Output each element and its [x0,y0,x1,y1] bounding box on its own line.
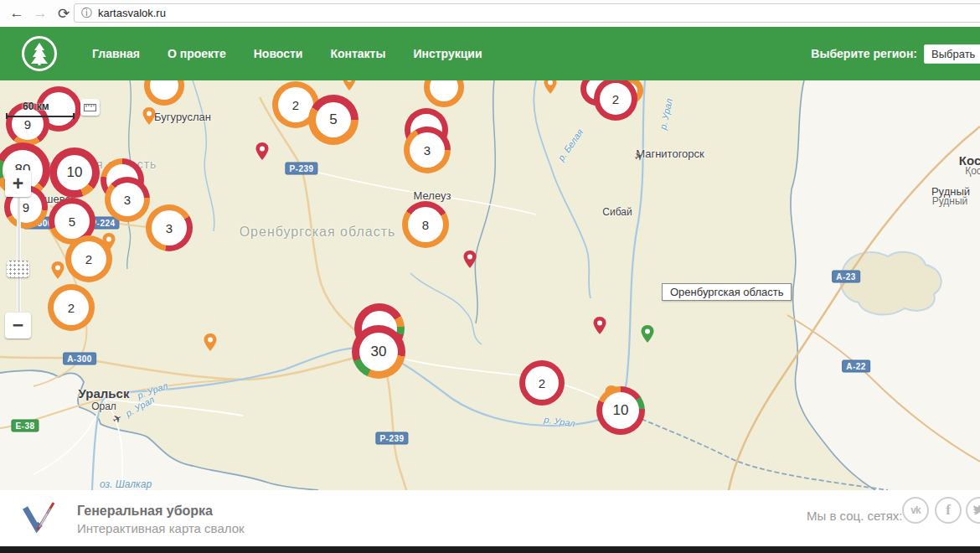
road-badge: А-23 [832,271,860,283]
map-label: Қос [965,165,980,177]
map-cluster[interactable]: 30 [352,325,405,379]
taskbar-strip [0,546,980,553]
orange-pin[interactable] [51,261,64,283]
cluster-count: 5 [54,204,90,239]
orange-pin[interactable] [204,333,217,355]
map-cluster[interactable]: 2 [519,360,565,406]
nav-item-4[interactable]: Инструкции [413,47,482,60]
cluster-count: 10 [57,155,92,190]
road-badge: А-300 [63,353,96,365]
zoom-in-button[interactable]: + [5,170,31,197]
ruler-button[interactable] [80,99,100,116]
zoom-slider-track[interactable] [17,198,21,312]
tree-icon [28,41,50,66]
map-cluster[interactable]: 8 [402,201,449,248]
region-chooser: Выберите регион: Выбрать [811,27,980,80]
cluster-count: 10 [602,392,639,429]
map-label: Орал [91,401,116,412]
browser-toolbar: ← → ⟳ ⓘ kartasvalok.ru [0,0,980,28]
nav-item-3[interactable]: Контакты [330,47,385,60]
map-label: Оренбургская область [240,225,396,240]
map-cluster[interactable]: 3 [146,204,193,251]
region-tooltip: Оренбургская область [662,283,792,301]
cluster-count: 2 [525,366,559,400]
cluster-count: 2 [600,83,632,115]
ruler-icon [84,104,96,111]
red-pin[interactable] [593,317,606,339]
site-header: ГлавнаяО проектеНовостиКонтактыИнструкци… [0,27,980,80]
scale-bar: 60 км [6,101,75,119]
url-text: kartasvalok.ru [98,7,166,19]
red-pin[interactable] [255,142,269,164]
orange-pin[interactable] [142,107,156,129]
main-menu: ГлавнаяО проектеНовостиКонтактыИнструкци… [92,47,482,60]
map-label: Магнитогорск [636,147,704,160]
map-base-art [0,80,980,490]
nav-item-0[interactable]: Главная [92,47,140,60]
refresh-icon[interactable]: ⟳ [52,5,75,23]
cluster-count: 5 [316,102,351,137]
vk-icon[interactable]: vk [902,497,929,524]
map-label: Сибай [602,206,632,218]
map-label: оз. Шалкар [100,478,152,490]
road-badge: Р-239 [375,432,408,445]
cluster-count [430,80,458,101]
site-logo[interactable] [22,36,57,71]
map-canvas[interactable]: БугурусланМелеузМагнитогорскСибайУральск… [0,80,980,490]
cluster-count: 2 [54,290,89,325]
footer-title: Генеральная уборка [77,504,213,519]
cluster-count [150,80,178,100]
orange-pin[interactable] [343,80,356,95]
map-cluster[interactable]: 3 [105,177,150,222]
region-select[interactable]: Выбрать [924,44,980,64]
red-pin[interactable] [463,251,477,272]
cluster-count: 3 [410,132,445,168]
map-cluster[interactable]: 10 [596,386,645,435]
cluster-count: 2 [71,241,106,276]
forward-icon[interactable]: → [28,5,52,22]
address-bar[interactable]: ⓘ kartasvalok.ru [74,3,980,23]
nav-item-1[interactable]: О проекте [168,47,226,60]
map-label: Мелеуз [414,189,451,202]
footer-subtitle: Интерактивная карта свалок [77,521,245,535]
map-cluster[interactable]: 10 [49,147,100,198]
cluster-count: 8 [408,207,443,242]
scale-line [6,113,75,119]
map-label: Бугуруслан [154,111,211,123]
back-icon[interactable]: ← [5,5,28,22]
page-info-icon[interactable]: ⓘ [81,6,92,21]
onf-logo [20,501,59,535]
cluster-count: 3 [111,183,144,216]
map-cluster[interactable]: 2 [48,284,95,331]
region-label: Выберите регион: [811,47,917,60]
orange-pin[interactable] [544,80,557,98]
green-pin[interactable] [641,325,654,347]
cluster-count: 3 [152,210,187,245]
zoom-slider-handle[interactable] [7,261,29,277]
zoom-out-button[interactable]: − [5,313,31,339]
social-label: Мы в соц. сетях: [807,509,903,523]
map-cluster[interactable]: 2 [65,235,112,282]
cluster-count: 30 [359,333,398,371]
map-cluster[interactable]: 3 [404,127,451,173]
map-cluster[interactable]: 5 [308,95,358,145]
map-label: Уральск [79,386,130,401]
nav-item-2[interactable]: Новости [254,47,303,60]
road-badge: А-22 [842,360,870,373]
twitter-icon[interactable] [966,497,980,524]
page-footer: Генеральная уборка Интерактивная карта с… [0,490,980,546]
road-badge: Е-38 [11,420,39,432]
facebook-icon[interactable]: f [935,497,962,524]
map-label: Рудный [932,195,968,207]
road-badge: Р-239 [285,163,317,175]
scale-label: 60 км [23,101,75,112]
twitter-bird-icon [972,504,980,516]
